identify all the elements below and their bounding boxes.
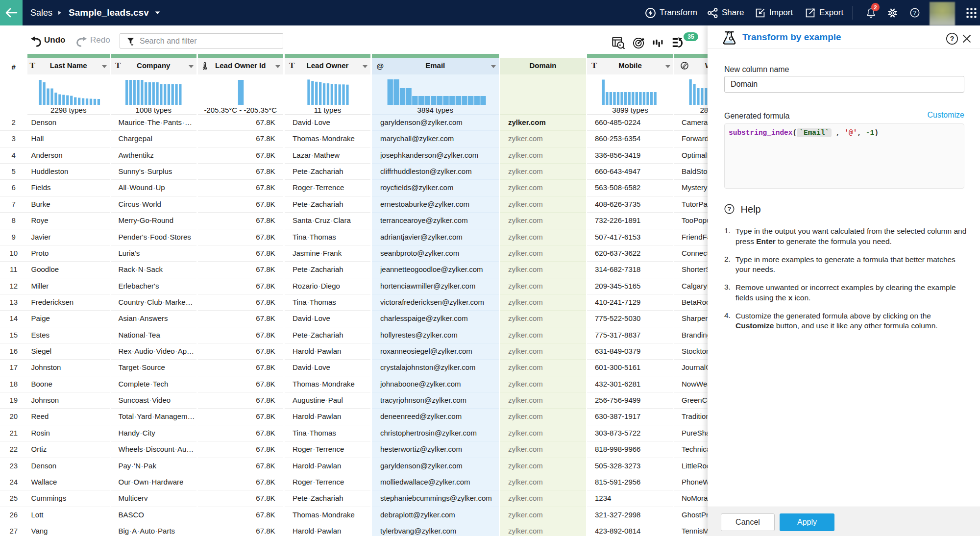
svg-text:?: ? [728,206,731,213]
svg-text:?: ? [913,10,916,16]
svg-text:?: ? [950,35,955,43]
